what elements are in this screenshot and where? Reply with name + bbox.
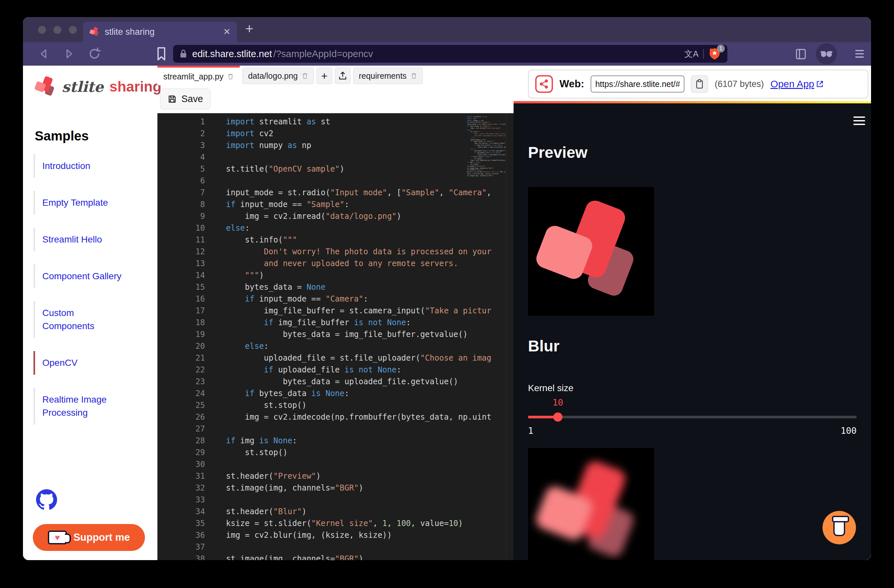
code-line[interactable]: 28if img is None: [157,435,513,447]
brave-shield-icon[interactable]: 1 [708,47,722,60]
code-lines: 1import streamlit as st2import cv23impor… [157,116,513,560]
code-line[interactable]: 35ksize = st.slider("Kernel size", 1, 10… [157,517,513,529]
url-bar[interactable]: edit.share.stlite.net/?sampleAppId=openc… [173,45,727,63]
line-number: 23 [157,376,205,387]
new-tab-button[interactable]: + [245,21,254,37]
window-close-button[interactable] [38,26,46,34]
sidebar-item-label: Introduction [42,161,90,171]
github-link[interactable] [36,489,57,510]
line-number: 17 [157,305,205,317]
line-number: 4 [157,151,205,163]
sidebar-item-custom-components[interactable]: Custom Components [33,301,148,338]
code-line[interactable]: 24 if bytes_data is None: [157,387,513,399]
line-number: 36 [157,529,205,541]
support-me-button[interactable]: ♥ Support me [33,524,145,551]
share-url-input[interactable] [590,76,684,92]
code-line[interactable]: 10else: [157,222,513,234]
window-zoom-button[interactable] [69,26,77,34]
code-line[interactable]: 18 if img_file_buffer is not None: [157,317,513,328]
sidebar-item-component-gallery[interactable]: Component Gallery [33,265,148,288]
line-number: 21 [157,352,205,364]
line-number: 14 [157,269,205,281]
line-number: 8 [157,198,205,210]
code-line[interactable]: 30 [157,458,513,470]
sidebar-item-streamlit-hello[interactable]: Streamlit Hello [33,228,148,251]
copy-url-button[interactable] [691,76,708,92]
code-line[interactable]: 3import numpy as np [157,139,513,151]
line-number: 12 [157,246,205,258]
web-label: Web: [559,78,584,90]
code-line[interactable]: 36img = cv2.blur(img, (ksize, ksize)) [157,529,513,541]
code-line[interactable]: 33 [157,494,513,506]
slider-thumb[interactable] [553,413,562,422]
code-line[interactable]: 16 if input_mode == "Camera": [157,293,513,305]
glasses-icon [820,50,833,58]
code-line[interactable]: 2import cv2 [157,128,513,139]
editor-tabs: streamlit_app.pydata/logo.png+requiremen… [157,66,423,85]
editor-tab-streamlit-app-py[interactable]: streamlit_app.py [157,66,240,85]
forward-icon[interactable] [62,47,76,61]
code-editor[interactable]: 1import streamlit as st2import cv23impor… [157,113,513,560]
slider-track[interactable] [528,416,856,418]
editor-tab-label: streamlit_app.py [163,72,224,82]
code-line[interactable]: 23 bytes_data = uploaded_file.getvalue() [157,376,513,387]
window-minimize-button[interactable] [53,26,61,34]
code-line[interactable]: 25 st.stop() [157,399,513,411]
editor-tab-data-logo-png[interactable]: data/logo.png [242,68,314,84]
code-line[interactable]: 8if input_mode == "Sample": [157,198,513,210]
code-line[interactable]: 26 img = cv2.imdecode(np.frombuffer(byte… [157,411,513,423]
code-line[interactable]: 14 """) [157,269,513,281]
code-line[interactable]: 4 [157,151,513,163]
code-line[interactable]: 31st.header("Preview") [157,470,513,482]
add-file-button[interactable]: + [317,68,332,84]
code-line[interactable]: 32st.image(img, channels="BGR") [157,482,513,494]
code-line[interactable]: 29 st.stop() [157,447,513,458]
code-line[interactable]: 12 Don't worry! The photo data is proces… [157,246,513,258]
line-number: 16 [157,293,205,305]
sidebar-item-realtime-image-processing[interactable]: Realtime Image Processing [33,388,148,425]
code-line[interactable]: 34st.header("Blur") [157,506,513,517]
tab-close-icon[interactable]: ✕ [223,27,231,37]
editor-tab-requirements[interactable]: requirements [353,68,423,84]
code-line[interactable]: 27 [157,423,513,435]
code-line[interactable]: 17 img_file_buffer = st.camera_input("Ta… [157,305,513,317]
code-line[interactable]: 5st.title("OpenCV sample") [157,163,513,175]
minimap[interactable]: import streamlit as stimport cv2import n… [467,116,506,560]
code-line[interactable]: 6 [157,175,513,187]
open-app-link[interactable]: Open App [770,79,824,89]
code-line[interactable]: 22 if uploaded_file is not None: [157,364,513,376]
reading-mode-button[interactable] [816,43,837,64]
sidebar-toggle-icon[interactable] [794,47,808,60]
slider-value: 10 [553,398,563,408]
menu-icon[interactable] [854,48,865,59]
code-line[interactable]: 1import streamlit as st [157,116,513,128]
code-line[interactable]: 11 st.info(""" [157,234,513,246]
trash-icon[interactable] [227,73,234,80]
code-line[interactable]: 13 and never uploaded to any remote serv… [157,258,513,269]
code-line[interactable]: 20 else: [157,340,513,352]
bookmark-icon[interactable] [155,46,168,62]
sidebar-item-introduction[interactable]: Introduction [33,154,148,178]
code-line[interactable]: 38st.image(img, channels="BGR") [157,553,513,560]
code-line[interactable]: 21 uploaded_file = st.file_uploader("Cho… [157,352,513,364]
stlite-sharing-logo[interactable]: stlite sharing [35,76,162,97]
sidebar-item-empty-template[interactable]: Empty Template [33,191,148,215]
browser-tab[interactable]: stlite sharing ✕ [83,22,237,42]
code-line[interactable]: 37 [157,541,513,553]
upload-file-button[interactable] [335,68,350,84]
app-menu-icon[interactable] [853,116,865,127]
translate-icon[interactable]: 文A [684,48,699,60]
save-button[interactable]: Save [160,89,211,109]
reload-icon[interactable] [87,47,102,61]
code-line[interactable]: 9 img = cv2.imread("data/logo.png") [157,210,513,222]
trash-icon[interactable] [302,72,308,79]
buy-me-a-coffee-button[interactable] [823,511,856,544]
blurred-image [528,448,654,560]
code-line[interactable]: 19 bytes_data = img_file_buffer.getvalue… [157,328,513,340]
trash-icon[interactable] [411,72,417,79]
sidebar-item-opencv[interactable]: OpenCV [33,351,148,375]
logo-word-sharing: sharing [109,79,162,95]
code-line[interactable]: 15 bytes_data = None [157,281,513,293]
back-icon[interactable] [37,47,51,61]
code-line[interactable]: 7input_mode = st.radio("Input mode", ["S… [157,187,513,198]
